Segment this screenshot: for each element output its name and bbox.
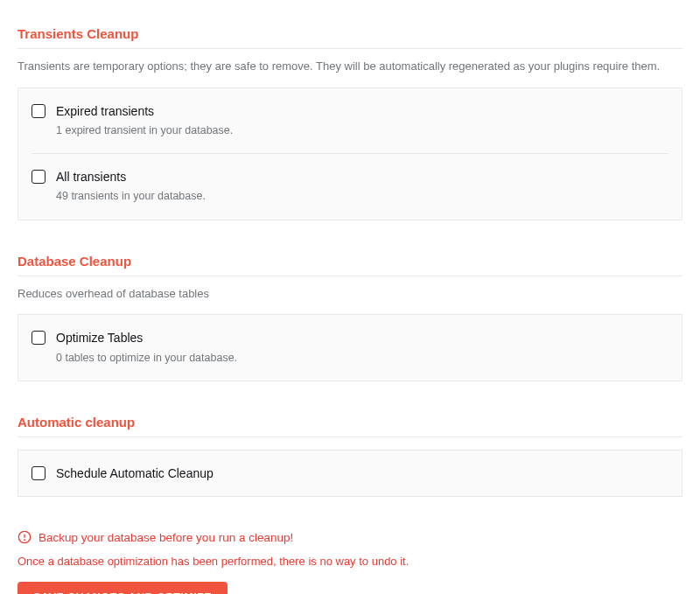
section-database-cleanup: Database Cleanup Reduces overhead of dat… xyxy=(18,254,682,381)
option-all-transients[interactable]: All transients 49 transients in your dat… xyxy=(32,153,668,220)
option-text: Expired transients 1 expired transient i… xyxy=(56,103,668,139)
option-sublabel: 0 tables to optimize in your database. xyxy=(56,351,668,367)
option-label: Optimize Tables xyxy=(56,330,668,346)
section-description: Transients are temporary options; they a… xyxy=(18,49,682,87)
section-heading: Transients Cleanup xyxy=(18,26,682,49)
warning-line: Backup your database before you run a cl… xyxy=(18,530,682,544)
section-heading: Database Cleanup xyxy=(18,254,682,276)
section-transients-cleanup: Transients Cleanup Transients are tempor… xyxy=(18,26,682,220)
section-automatic-cleanup: Automatic cleanup Schedule Automatic Cle… xyxy=(18,415,682,497)
option-text: Optimize Tables 0 tables to optimize in … xyxy=(56,330,668,366)
section-description: Reduces overhead of database tables xyxy=(18,276,682,315)
options-panel: Schedule Automatic Cleanup xyxy=(18,450,682,497)
option-sublabel: 1 expired transient in your database. xyxy=(56,123,668,139)
option-label: Schedule Automatic Cleanup xyxy=(56,465,668,481)
option-sublabel: 49 transients in your database. xyxy=(56,189,668,205)
option-text: Schedule Automatic Cleanup xyxy=(56,465,668,481)
section-heading: Automatic cleanup xyxy=(18,415,682,437)
checkbox[interactable] xyxy=(32,331,46,345)
option-label: All transients xyxy=(56,169,668,185)
options-panel: Expired transients 1 expired transient i… xyxy=(18,87,682,220)
option-schedule-automatic-cleanup[interactable]: Schedule Automatic Cleanup xyxy=(32,451,668,496)
option-text: All transients 49 transients in your dat… xyxy=(56,169,668,205)
save-and-optimize-button[interactable]: Save Changes and Optimize xyxy=(18,582,228,594)
option-optimize-tables[interactable]: Optimize Tables 0 tables to optimize in … xyxy=(32,315,668,381)
warning-block: Backup your database before you run a cl… xyxy=(18,530,682,568)
option-label: Expired transients xyxy=(56,103,668,119)
svg-point-2 xyxy=(24,540,25,541)
option-expired-transients[interactable]: Expired transients 1 expired transient i… xyxy=(32,88,668,154)
warning-subtext: Once a database optimization has been pe… xyxy=(18,555,682,568)
checkbox[interactable] xyxy=(32,170,46,184)
options-panel: Optimize Tables 0 tables to optimize in … xyxy=(18,314,682,381)
warning-heading: Backup your database before you run a cl… xyxy=(38,531,293,544)
checkbox[interactable] xyxy=(32,466,46,480)
checkbox[interactable] xyxy=(32,104,46,118)
alert-circle-icon xyxy=(18,530,32,544)
